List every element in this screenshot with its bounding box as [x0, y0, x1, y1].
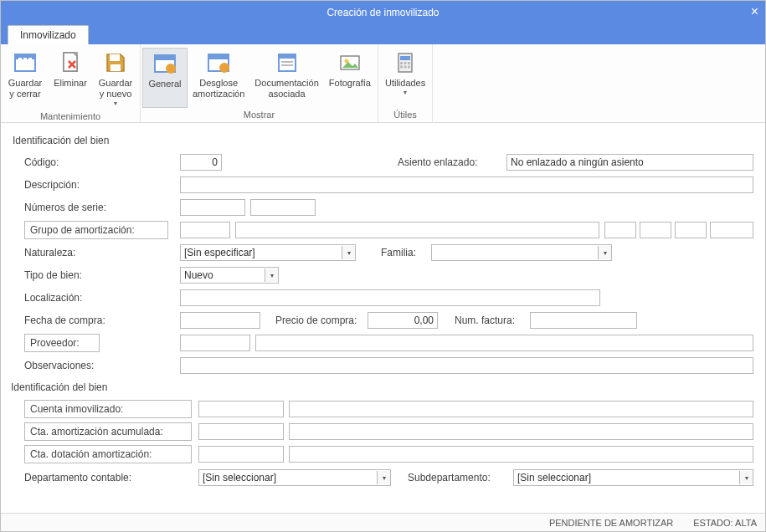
subdepto-select[interactable]: [Sin seleccionar] ▾	[513, 469, 753, 486]
codigo-input[interactable]	[180, 154, 222, 171]
localizacion-input[interactable]	[180, 289, 600, 306]
save-close-button[interactable]: Guardar y cerrar	[3, 48, 48, 110]
section-title-2: Identificación del bien	[11, 381, 753, 393]
svg-rect-22	[400, 62, 403, 64]
save-close-label: Guardar y cerrar	[8, 78, 42, 100]
window-title: Creación de inmovilizado	[326, 7, 439, 18]
general-button[interactable]: General	[142, 48, 188, 108]
depto-contable-select[interactable]: [Sin seleccionar] ▾	[198, 469, 391, 486]
docs-icon	[274, 49, 301, 76]
general-icon	[152, 50, 178, 77]
grupo-amort-f1	[604, 222, 636, 238]
tipo-bien-value: Nuevo	[184, 269, 213, 281]
serie-input-1[interactable]	[180, 199, 245, 216]
tab-inmovilizado[interactable]: Inmovilizado	[8, 25, 89, 44]
descripcion-label: Descripción:	[24, 179, 80, 191]
status-estado: ESTADO: ALTA	[693, 518, 757, 528]
desglose-icon	[205, 49, 232, 76]
familia-label: Familia:	[381, 247, 431, 258]
precio-compra-input[interactable]	[368, 312, 438, 329]
naturaleza-select[interactable]: [Sin especificar] ▾	[180, 244, 356, 261]
ribbon-group-utiles: Utilidades ▾ Útiles	[378, 44, 433, 122]
delete-icon	[57, 49, 84, 76]
num-factura-input[interactable]	[530, 312, 637, 329]
ribbon-group-label: Útiles	[378, 108, 432, 122]
chevron-down-icon: ▾	[598, 246, 611, 259]
cta-amort-acum-button[interactable]: Cta. amortización acumulada:	[24, 422, 192, 441]
ribbon-group-label: Mostrar	[141, 108, 378, 122]
desglose-button[interactable]: Desglose amortización	[188, 48, 249, 108]
tipo-bien-label: Tipo de bien:	[24, 269, 82, 281]
grupo-amort-desc	[235, 222, 599, 238]
svg-rect-2	[18, 58, 22, 60]
svg-rect-24	[408, 62, 410, 64]
chevron-down-icon: ▾	[404, 89, 407, 97]
ribbon: Guardar y cerrar Eliminar Guardar y nuev…	[1, 44, 765, 123]
cuenta-inmov-label: Cuenta inmovilizado:	[30, 403, 123, 415]
cta-amort-acum-code[interactable]	[198, 423, 284, 440]
photo-label: Fotografía	[329, 78, 371, 89]
section-title-1: Identificación del bien	[13, 135, 753, 146]
delete-button[interactable]: Eliminar	[48, 48, 93, 110]
svg-rect-4	[28, 58, 32, 60]
grupo-amort-f4	[710, 222, 753, 238]
depto-contable-label: Departamento contable:	[24, 472, 131, 483]
observaciones-input[interactable]	[180, 357, 753, 374]
svg-point-10	[166, 64, 176, 74]
cta-dot-amort-label: Cta. dotación amortización:	[30, 448, 152, 460]
descripcion-input[interactable]	[180, 176, 753, 193]
status-pending: PENDIENTE DE AMORTIZAR	[549, 518, 673, 528]
tipo-bien-select[interactable]: Nuevo ▾	[180, 267, 279, 284]
title-bar: Creación de inmovilizado ×	[1, 1, 765, 24]
grupo-amort-code[interactable]	[180, 222, 230, 238]
proveedor-button[interactable]: Proveedor:	[24, 334, 100, 352]
desglose-label: Desglose amortización	[193, 78, 244, 100]
cta-dot-amort-code[interactable]	[198, 446, 284, 463]
docs-button[interactable]: Documentación asociada	[249, 48, 323, 108]
num-factura-label: Num. factura:	[455, 315, 530, 326]
proveedor-desc	[255, 335, 753, 351]
grupo-amort-label: Grupo de amortización:	[30, 224, 135, 236]
svg-rect-15	[279, 54, 296, 59]
codigo-label: Código:	[24, 156, 59, 168]
utilities-label: Utilidades	[385, 78, 425, 89]
cta-amort-acum-label: Cta. amortización acumulada:	[30, 426, 163, 437]
proveedor-label: Proveedor:	[30, 337, 80, 349]
svg-rect-6	[110, 54, 120, 61]
svg-rect-17	[281, 64, 293, 66]
grupo-amort-f3	[675, 222, 707, 238]
utilities-button[interactable]: Utilidades ▾	[380, 48, 430, 108]
cuenta-inmov-code[interactable]	[198, 401, 284, 417]
photo-icon	[337, 49, 363, 76]
docs-label: Documentación asociada	[254, 78, 318, 100]
cuenta-inmov-desc	[289, 401, 753, 417]
chevron-down-icon: ▾	[377, 471, 390, 484]
general-label: General	[148, 79, 181, 90]
close-icon[interactable]: ×	[751, 4, 758, 19]
asiento-label: Asiento enlazado:	[398, 156, 506, 168]
asiento-field	[506, 154, 753, 171]
subdepto-label: Subdepartamento:	[408, 472, 513, 483]
svg-rect-12	[208, 54, 229, 59]
fecha-compra-input[interactable]	[180, 312, 260, 329]
save-new-button[interactable]: Guardar y nuevo ▾	[93, 48, 138, 110]
fecha-compra-label: Fecha de compra:	[24, 315, 105, 326]
chevron-down-icon: ▾	[265, 269, 278, 282]
cta-dot-amort-desc	[289, 446, 753, 463]
naturaleza-label: Naturaleza:	[24, 247, 75, 258]
photo-button[interactable]: Fotografía	[324, 48, 376, 108]
svg-rect-7	[111, 64, 121, 71]
naturaleza-value: [Sin especificar]	[184, 247, 255, 258]
tab-label: Inmovilizado	[20, 29, 76, 41]
cta-amort-acum-desc	[289, 423, 753, 440]
localizacion-label: Localización:	[24, 292, 82, 304]
svg-rect-25	[400, 66, 403, 69]
cuenta-inmov-button[interactable]: Cuenta inmovilizado:	[24, 400, 192, 418]
svg-point-13	[219, 63, 229, 73]
familia-select[interactable]: ▾	[431, 244, 612, 261]
grupo-amort-button[interactable]: Grupo de amortización:	[24, 221, 168, 239]
ribbon-group-mostrar: General Desglose amortización Documentac…	[141, 44, 378, 122]
serie-input-2[interactable]	[250, 199, 316, 216]
proveedor-code[interactable]	[180, 335, 250, 351]
cta-dot-amort-button[interactable]: Cta. dotación amortización:	[24, 445, 192, 463]
